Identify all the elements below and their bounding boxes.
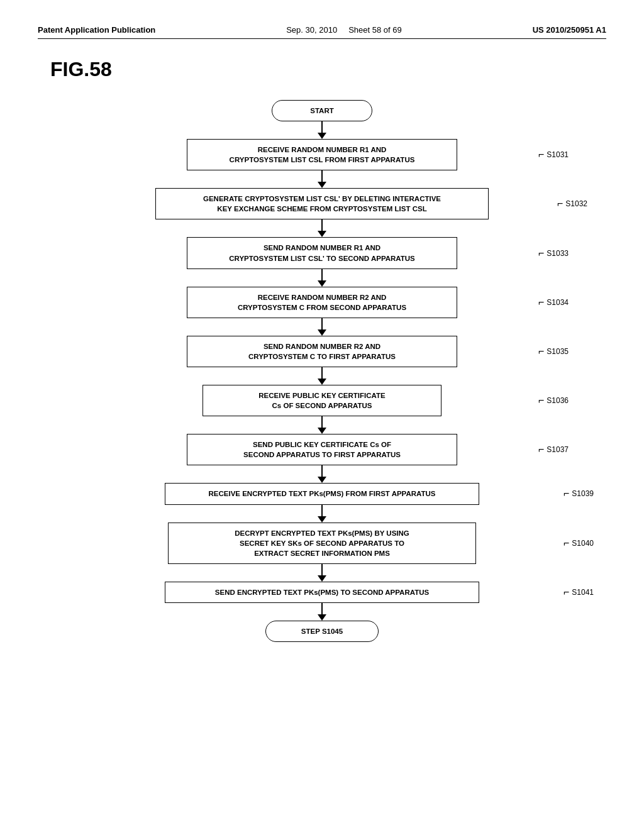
arrow-head [318,133,326,139]
arrow-head [318,614,326,621]
bracket-icon: ⌐ [538,395,544,406]
arrow-line [321,505,323,516]
step-s1037-label: ⌐ S1037 [538,444,569,455]
step-s1034: RECEIVE RANDOM NUMBER R2 AND CRYPTOSYSTE… [187,287,457,318]
arrow-line [321,603,323,614]
step-s1036-label: ⌐ S1036 [538,395,569,406]
bracket-icon: ⌐ [564,538,569,549]
step-s1041-row: SEND ENCRYPTED TEXT PKs(PMS) TO SECOND A… [38,582,606,603]
arrow-head [318,329,326,336]
arrow-line [321,170,323,182]
arrow-head [318,182,326,188]
arrow-line [321,367,323,379]
arrow-head [318,379,326,385]
flowchart: START RECEIVE RANDOM NUMBER R1 AND CRYPT… [38,100,606,642]
arrow-line [321,416,323,428]
step-s1033-row: SEND RANDOM NUMBER R1 AND CRYPTOSYSTEM L… [38,237,606,268]
arrow-line [321,465,323,477]
figure-title: FIG.58 [50,58,606,81]
step-s1031: RECEIVE RANDOM NUMBER R1 AND CRYPTOSYSTE… [187,139,457,170]
step-s1041-label: ⌐ S1041 [564,587,594,598]
start-node: START [272,100,372,121]
step-s1037: SEND PUBLIC KEY CERTIFICATE Cs OF SECOND… [187,434,457,465]
arrow-line [321,219,323,231]
step-s1039-row: RECEIVE ENCRYPTED TEXT PKs(PMS) FROM FIR… [38,483,606,504]
step-s1037-row: SEND PUBLIC KEY CERTIFICATE Cs OF SECOND… [38,434,606,465]
step-s1036-row: RECEIVE PUBLIC KEY CERTIFICATE Cs OF SEC… [38,385,606,416]
page-header: Patent Application Publication Sep. 30, … [38,25,606,39]
arrow-head [318,516,326,523]
connector-2 [38,219,606,237]
publication-label: Patent Application Publication [38,25,155,35]
date-sheet: Sep. 30, 2010 Sheet 58 of 69 [286,25,402,35]
connector-3 [38,269,606,287]
sheet-label: Sheet 58 of 69 [348,25,402,35]
arrow-head [318,428,326,434]
end-row: STEP S1045 [38,621,606,642]
connector-1 [38,170,606,188]
arrow-head [318,575,326,582]
page: Patent Application Publication Sep. 30, … [0,0,644,830]
date-label: Sep. 30, 2010 [286,25,337,35]
step-s1036: RECEIVE PUBLIC KEY CERTIFICATE Cs OF SEC… [203,385,441,416]
bracket-icon: ⌐ [538,248,544,259]
connector-7 [38,465,606,483]
step-s1032-label: ⌐ S1032 [557,198,587,209]
step-s1040: DECRYPT ENCRYPTED TEXT PKs(PMS) BY USING… [168,523,476,564]
bracket-icon: ⌐ [538,444,544,455]
step-s1040-row: DECRYPT ENCRYPTED TEXT PKs(PMS) BY USING… [38,523,606,564]
arrow-line [321,121,323,133]
connector-4 [38,318,606,336]
step-s1039-label: ⌐ S1039 [564,488,594,499]
bracket-icon: ⌐ [564,587,569,598]
step-s1040-label: ⌐ S1040 [564,538,594,549]
connector-8 [38,505,606,523]
bracket-icon: ⌐ [538,346,544,357]
arrow-head [318,477,326,483]
connector-6 [38,416,606,434]
connector-5 [38,367,606,385]
step-s1032: GENERATE CRYPTOSYSTEM LIST CSL' BY DELET… [155,188,489,219]
step-s1032-row: GENERATE CRYPTOSYSTEM LIST CSL' BY DELET… [38,188,606,219]
connector-9 [38,564,606,582]
bracket-icon: ⌐ [538,297,544,308]
arrow-line [321,318,323,329]
bracket-icon: ⌐ [564,488,569,499]
step-s1035-row: SEND RANDOM NUMBER R2 AND CRYPTOSYSTEM C… [38,336,606,367]
step-s1041: SEND ENCRYPTED TEXT PKs(PMS) TO SECOND A… [165,582,479,603]
step-s1031-row: RECEIVE RANDOM NUMBER R1 AND CRYPTOSYSTE… [38,139,606,170]
patent-number: US 2010/250951 A1 [533,25,606,35]
step-s1034-row: RECEIVE RANDOM NUMBER R2 AND CRYPTOSYSTE… [38,287,606,318]
step-s1034-label: ⌐ S1034 [538,297,569,308]
connector-10 [38,603,606,621]
step-s1039: RECEIVE ENCRYPTED TEXT PKs(PMS) FROM FIR… [165,483,479,504]
arrow-line [321,269,323,280]
step-s1033: SEND RANDOM NUMBER R1 AND CRYPTOSYSTEM L… [187,237,457,268]
step-s1035: SEND RANDOM NUMBER R2 AND CRYPTOSYSTEM C… [187,336,457,367]
step-s1035-label: ⌐ S1035 [538,346,569,357]
connector-0 [38,121,606,139]
step-s1031-label: ⌐ S1031 [538,149,569,160]
step-s1033-label: ⌐ S1033 [538,248,569,259]
arrow-head [318,231,326,237]
end-node: STEP S1045 [265,621,379,642]
bracket-icon: ⌐ [557,198,563,209]
arrow-line [321,564,323,575]
arrow-head [318,280,326,287]
start-row: START [38,100,606,121]
bracket-icon: ⌐ [538,149,544,160]
